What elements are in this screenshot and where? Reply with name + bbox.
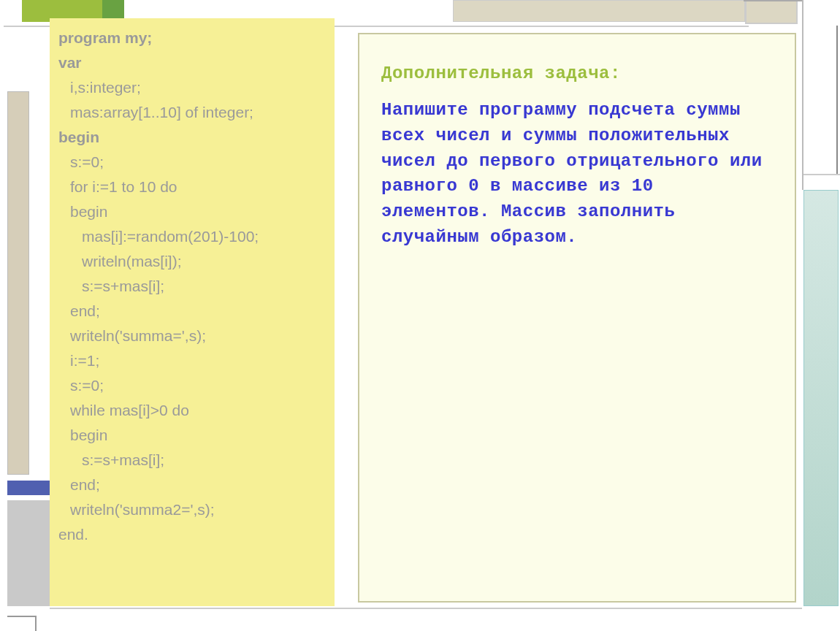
code-line: s:=s+mas[i]; <box>58 448 326 473</box>
code-panel: program my; var i,s:integer; mas:array[1… <box>50 18 335 606</box>
code-line: var <box>58 50 326 75</box>
code-line: for i:=1 to 10 do <box>58 175 326 199</box>
code-line: begin <box>58 199 326 224</box>
deco-tan-top <box>453 0 745 22</box>
code-line: i:=1; <box>58 348 326 373</box>
code-line: mas:array[1..10] of integer; <box>58 100 326 125</box>
deco-bottom-v <box>35 616 37 631</box>
code-line: begin <box>58 125 326 150</box>
deco-line <box>332 26 749 27</box>
code-line: s:=0; <box>58 150 326 175</box>
code-line: writeln(mas[i]); <box>58 249 326 274</box>
deco-right-vertical <box>802 0 803 190</box>
deco-right-seg <box>803 174 840 175</box>
code-line: writeln('summa2=',s); <box>58 497 326 522</box>
deco-left-gray <box>7 500 50 606</box>
deco-top-box <box>745 0 798 24</box>
code-line: writeln('summa=',s); <box>58 324 326 348</box>
code-line: begin <box>58 423 326 448</box>
task-panel: Дополнительная задача: Напишите программ… <box>358 33 796 603</box>
code-line: s:=s+mas[i]; <box>58 274 326 299</box>
code-line: end. <box>58 522 326 547</box>
code-line: end; <box>58 299 326 324</box>
deco-left-tan <box>7 91 29 475</box>
deco-right-bar <box>836 26 838 175</box>
task-body: Напишите программу подсчета суммы всех ч… <box>381 98 773 251</box>
deco-right-gradient <box>803 190 839 606</box>
code-line: while mas[i]>0 do <box>58 398 326 423</box>
code-line: program my; <box>58 26 326 50</box>
code-line: s:=0; <box>58 373 326 398</box>
deco-left-blue <box>7 481 50 495</box>
deco-bottom-line <box>50 608 802 609</box>
code-line: i,s:integer; <box>58 75 326 100</box>
deco-top-hline <box>744 0 802 1</box>
code-line: mas[i]:=random(201)-100; <box>58 224 326 249</box>
task-title: Дополнительная задача: <box>381 64 773 83</box>
code-line: end; <box>58 473 326 497</box>
deco-line <box>4 26 51 27</box>
deco-bottom-seg <box>7 616 37 617</box>
